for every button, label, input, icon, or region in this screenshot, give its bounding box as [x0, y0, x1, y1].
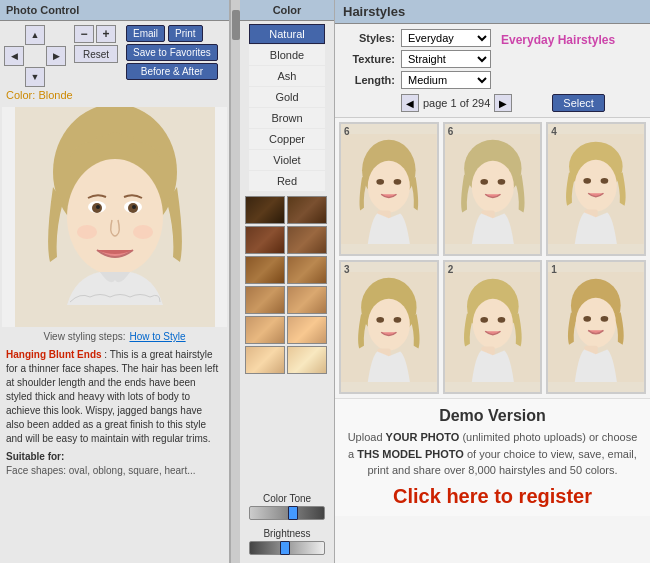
color-option-gold[interactable]: Gold: [249, 87, 325, 107]
svg-point-39: [480, 317, 488, 323]
svg-point-26: [575, 160, 617, 212]
swatch-golden[interactable]: [245, 286, 285, 314]
color-option-blonde[interactable]: Blonde: [249, 45, 325, 65]
description-text: : This is a great hairstyle for a thinne…: [6, 349, 218, 444]
zoom-reset-col: − + Reset: [74, 25, 118, 63]
brightness-section: Brightness: [240, 524, 334, 559]
brightness-track[interactable]: [249, 541, 325, 555]
page-text: page 1 of 294: [423, 97, 490, 109]
svg-point-22: [497, 179, 505, 185]
empty-cell5: [46, 67, 66, 87]
color-option-natural[interactable]: Natural: [249, 24, 325, 44]
svg-point-21: [480, 179, 488, 185]
styles-label: Styles:: [343, 32, 395, 44]
hairstyle-item-5[interactable]: 2: [443, 260, 543, 394]
brightness-slider-container: Brightness: [244, 526, 330, 557]
scrollbar-thumb[interactable]: [232, 10, 240, 40]
email-button[interactable]: Email: [126, 25, 165, 42]
svg-point-20: [471, 161, 513, 213]
length-row: Length: Medium: [343, 71, 491, 89]
swatch-blonde-dark[interactable]: [287, 286, 327, 314]
demo-description: Upload YOUR PHOTO (unlimited photo uploa…: [347, 429, 638, 479]
your-photo-bold: YOUR PHOTO: [386, 431, 460, 443]
reset-btn[interactable]: Reset: [74, 45, 118, 63]
svg-point-14: [368, 161, 410, 213]
color-panel-header: Color: [240, 0, 334, 21]
texture-select[interactable]: Straight: [401, 50, 491, 68]
hairstyle-item-3[interactable]: 4: [546, 122, 646, 256]
length-select[interactable]: Medium: [401, 71, 491, 89]
hairstyle-number-1: 6: [344, 126, 350, 137]
hairstyle-item-2[interactable]: 6: [443, 122, 543, 256]
swatch-platinum[interactable]: [287, 346, 327, 374]
svg-point-16: [394, 179, 402, 185]
swatch-blonde-light[interactable]: [287, 316, 327, 344]
model-svg: [15, 107, 215, 327]
svg-point-9: [132, 205, 136, 209]
color-option-ash[interactable]: Ash: [249, 66, 325, 86]
swatch-dark-brown[interactable]: [245, 196, 285, 224]
zoom-plus-btn[interactable]: +: [96, 25, 116, 43]
action-buttons: Email Print Save to Favorites Before & A…: [126, 25, 218, 80]
hairstyle-item-4[interactable]: 3: [339, 260, 439, 394]
save-favorites-button[interactable]: Save to Favorites: [126, 44, 218, 61]
hairstyle-number-2: 6: [448, 126, 454, 137]
hairstyle-svg-6: [548, 272, 644, 382]
svg-point-46: [601, 316, 609, 322]
svg-point-44: [576, 298, 616, 348]
texture-label: Texture:: [343, 53, 395, 65]
swatch-auburn[interactable]: [245, 226, 285, 254]
page-prev-btn[interactable]: ◀: [401, 94, 419, 112]
how-to-link[interactable]: How to Style: [129, 331, 185, 342]
arrow-up-btn[interactable]: ▲: [25, 25, 45, 45]
styles-select[interactable]: Everyday: [401, 29, 491, 47]
hairstyle-number-6: 1: [551, 264, 557, 275]
styles-row: Styles: Everyday: [343, 29, 491, 47]
left-scrollbar[interactable]: [230, 0, 240, 563]
register-link[interactable]: Click here to register: [347, 485, 638, 508]
arrow-left-btn[interactable]: ◀: [4, 46, 24, 66]
zoom-minus-btn[interactable]: −: [74, 25, 94, 43]
hairstyle-item-6[interactable]: 1: [546, 260, 646, 394]
swatch-blonde-medium[interactable]: [245, 316, 285, 344]
swatch-light-brown[interactable]: [287, 226, 327, 254]
swatch-medium-brown[interactable]: [287, 196, 327, 224]
print-button[interactable]: Print: [168, 25, 203, 42]
color-options-list: Natural Blonde Ash Gold Brown Copper Vio…: [240, 21, 334, 194]
color-option-violet[interactable]: Violet: [249, 150, 325, 170]
photo-control-body: ▲ ◀ ▶ ▼ − + Reset: [0, 21, 229, 105]
before-after-button[interactable]: Before & After: [126, 63, 218, 80]
demo-text-1: Upload: [348, 431, 386, 443]
color-tone-section: Color Tone: [240, 489, 334, 524]
swatch-warm-brown[interactable]: [245, 256, 285, 284]
color-tone-track[interactable]: [249, 506, 325, 520]
hairstyle-number-3: 4: [551, 126, 557, 137]
color-tone-slider-container: Color Tone: [244, 491, 330, 522]
svg-point-34: [394, 317, 402, 323]
hairstyle-svg-5: [445, 272, 541, 382]
left-panel: Photo Control ▲ ◀ ▶ ▼ − +: [0, 0, 230, 563]
select-button[interactable]: Select: [552, 94, 605, 112]
color-tone-thumb[interactable]: [288, 506, 298, 520]
hairstyle-svg-1: [341, 134, 437, 244]
swatch-very-light-blonde[interactable]: [245, 346, 285, 374]
svg-point-10: [77, 225, 97, 239]
pagination-row: ◀ page 1 of 294 ▶ Select: [343, 94, 642, 112]
zoom-row: − +: [74, 25, 118, 43]
page-next-btn[interactable]: ▶: [494, 94, 512, 112]
arrow-down-btn[interactable]: ▼: [25, 67, 45, 87]
description-area: Hanging Blunt Ends : This is a great hai…: [0, 344, 229, 563]
hairstyle-svg-3: [548, 134, 644, 244]
brightness-thumb[interactable]: [280, 541, 290, 555]
hairstyle-item-1[interactable]: 6: [339, 122, 439, 256]
color-option-brown[interactable]: Brown: [249, 108, 325, 128]
swatch-caramel[interactable]: [287, 256, 327, 284]
arrow-right-btn[interactable]: ▶: [46, 46, 66, 66]
color-swatches: [243, 194, 331, 376]
color-option-red[interactable]: Red: [249, 171, 325, 191]
swatch-row-5: [245, 316, 329, 344]
right-panel: Hairstyles Styles: Everyday Texture: Str…: [335, 0, 650, 563]
color-tone-label: Color Tone: [263, 493, 311, 504]
length-label: Length:: [343, 74, 395, 86]
color-option-copper[interactable]: Copper: [249, 129, 325, 149]
